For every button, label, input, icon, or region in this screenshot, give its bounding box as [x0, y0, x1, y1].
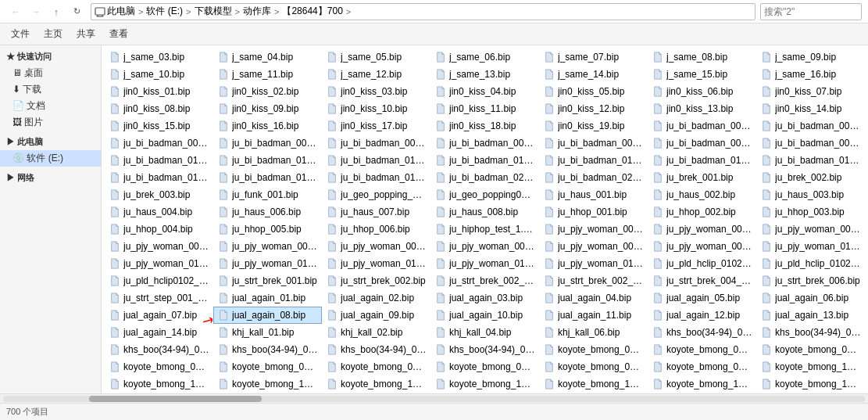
sidebar-item-desktop[interactable]: 🖥 桌面 — [0, 65, 101, 81]
list-item[interactable]: koyote_bmong_12.bip — [213, 375, 322, 393]
list-item[interactable]: ju_brek_001.bip — [648, 169, 756, 186]
forward-button[interactable]: → — [27, 3, 45, 20]
list-item[interactable]: jin0_kiss_16.bip — [213, 117, 322, 135]
list-item[interactable]: ju_pjy_woman_008.bip — [539, 238, 648, 255]
list-item[interactable]: ju_haus_002.bip — [648, 186, 756, 203]
list-item[interactable]: jual_again_03.bip — [430, 289, 539, 307]
list-item[interactable]: koyote_bmong_16.bip — [648, 375, 756, 393]
list-item[interactable]: koyote_bmong_11.bip — [105, 375, 213, 393]
sidebar-item-docs[interactable]: 📄 文档 — [0, 98, 101, 114]
list-item[interactable]: jin0_kiss_15.bip — [105, 117, 213, 135]
list-item[interactable]: ju_pld_hclip_0102_02.bip — [756, 255, 865, 272]
list-item[interactable]: ju_pjy_woman_010.bip — [756, 238, 865, 255]
list-item[interactable]: ju_pjy_woman_009.bip — [648, 238, 756, 255]
list-item[interactable]: ju_haus_004.bip — [105, 203, 213, 221]
sidebar-quick-header[interactable]: ★ 快速访问 — [0, 48, 101, 65]
list-item[interactable]: koyote_bmong_03.bip — [756, 341, 865, 358]
list-item[interactable]: ju_brek_003.bip — [105, 186, 213, 203]
horizontal-scrollbar[interactable] — [0, 393, 868, 403]
list-item[interactable]: ju_bi_badman_013.bip — [430, 152, 539, 169]
list-item[interactable]: koyote_bmong_04.bip — [105, 358, 213, 375]
list-item[interactable]: ju_pjy_woman_012.bip — [213, 255, 322, 272]
list-item[interactable]: khj_kall_02.bip — [322, 324, 430, 341]
list-item[interactable]: khj_kall_04.bip — [430, 324, 539, 341]
list-item[interactable]: j_same_05.bip — [322, 48, 430, 66]
list-item[interactable]: koyote_bmong_09.bip — [648, 358, 756, 375]
list-item[interactable]: ju_hhop_005.bip — [213, 221, 322, 238]
list-item[interactable]: koyote_bmong_17.bip — [756, 375, 865, 393]
list-item[interactable]: jin0_kiss_12.bip — [539, 100, 648, 117]
toolbar-file-btn[interactable]: 文件 — [5, 26, 36, 43]
list-item[interactable]: jin0_kiss_13.bip — [648, 100, 756, 117]
list-item[interactable]: j_same_11.bip — [213, 66, 322, 83]
list-item[interactable]: ju_pjy_woman_014.bip — [430, 255, 539, 272]
list-item[interactable]: ju_pjy_woman_003.bip — [756, 221, 865, 238]
list-item[interactable]: j_same_14.bip — [539, 66, 648, 83]
search-input[interactable] — [760, 3, 862, 20]
up-button[interactable]: ↑ — [47, 3, 66, 20]
list-item[interactable]: jin0_kiss_03.bip — [322, 83, 430, 100]
list-item[interactable]: jin0_kiss_10.bip — [322, 100, 430, 117]
list-item[interactable]: ju_pjy_woman_005.bip — [213, 238, 322, 255]
list-item[interactable]: ju_strt_step_001_02.bip — [105, 289, 213, 307]
list-item[interactable]: j_same_04.bip — [213, 48, 322, 66]
list-item[interactable]: ju_bi_badman_008.bip — [648, 135, 756, 152]
list-item[interactable]: ju_strt_brek_006.bip — [756, 272, 865, 289]
list-item[interactable]: koyote_bmong_02.bip — [648, 341, 756, 358]
list-item[interactable]: jin0_kiss_11.bip — [430, 100, 539, 117]
sidebar-item-download[interactable]: ⬇ 下载 — [0, 81, 101, 98]
list-item[interactable]: khs_boo(34-94)_06.bip — [213, 341, 322, 358]
toolbar-share-btn[interactable]: 共享 — [70, 26, 102, 43]
sidebar-item-software-e[interactable]: 💿 软件 (E:) — [0, 150, 101, 167]
list-item[interactable]: jin0_kiss_07.bip — [756, 83, 865, 100]
list-item[interactable]: jual_again_05.bip — [648, 289, 756, 307]
list-item[interactable]: ju_strt_brek_002_03.bip — [539, 272, 648, 289]
list-item[interactable]: ju_haus_007.bip — [322, 203, 430, 221]
list-item[interactable]: j_same_09.bip — [756, 48, 865, 66]
list-item[interactable]: ju_pjy_woman_011.bip — [105, 255, 213, 272]
list-item[interactable]: jin0_kiss_02.bip — [213, 83, 322, 100]
list-item[interactable]: ju_bi_badman_021.bip — [539, 169, 648, 186]
list-item[interactable]: jual_again_06.bip — [756, 289, 865, 307]
list-item[interactable]: ju_pld_hclip0102_01.bip — [105, 272, 213, 289]
list-item[interactable]: jual_again_09.bip — [322, 307, 430, 324]
list-item[interactable]: ju_pjy_woman_004.bip — [105, 238, 213, 255]
list-item[interactable]: jual_again_07.bip↗ — [105, 307, 213, 324]
list-item[interactable]: ju_bi_badman_001.bip — [648, 117, 756, 135]
list-item[interactable]: khs_boo(34-94)_01.bip — [648, 324, 756, 341]
list-item[interactable]: jual_again_08.bip — [213, 307, 322, 324]
list-item[interactable]: jin0_kiss_01.bip — [105, 83, 213, 100]
list-item[interactable]: ju_hhop_004.bip — [105, 221, 213, 238]
list-item[interactable]: ju_bi_badman_009.bip — [756, 135, 865, 152]
list-item[interactable]: ju_haus_003.bip — [756, 186, 865, 203]
list-item[interactable]: ju_strt_brek_002.bip — [322, 272, 430, 289]
list-item[interactable]: ju_geo_popping_01.bip — [322, 186, 430, 203]
list-item[interactable]: ju_hhop_001.bip — [539, 203, 648, 221]
list-item[interactable]: jual_again_10.bip — [430, 307, 539, 324]
list-item[interactable]: jual_again_01.bip — [213, 289, 322, 307]
list-item[interactable]: j_same_12.bip — [322, 66, 430, 83]
list-item[interactable]: ju_bi_badman_004.bip — [213, 135, 322, 152]
list-item[interactable]: jin0_kiss_17.bip — [322, 117, 430, 135]
list-item[interactable]: koyote_bmong_01.bip — [539, 341, 648, 358]
list-item[interactable]: jual_again_13.bip — [756, 307, 865, 324]
list-item[interactable]: ju_bi_badman_003.bip — [105, 135, 213, 152]
list-item[interactable]: j_same_13.bip — [430, 66, 539, 83]
list-item[interactable]: khs_boo(34-94)_02.bip — [756, 324, 865, 341]
list-item[interactable]: jin0_kiss_18.bip — [430, 117, 539, 135]
list-item[interactable]: jin0_kiss_04.bip — [430, 83, 539, 100]
sidebar-item-pictures[interactable]: 🖼 图片 — [0, 114, 101, 131]
list-item[interactable]: ju_bi_badman_012.bip — [322, 152, 430, 169]
list-item[interactable]: j_same_06.bip — [430, 48, 539, 66]
list-item[interactable]: jual_again_04.bip — [539, 289, 648, 307]
list-item[interactable]: ju_hiphop_test_1.bip — [430, 221, 539, 238]
list-item[interactable]: ju_pjy_woman_013.bip — [322, 255, 430, 272]
scrollbar-thumb[interactable] — [89, 396, 262, 402]
back-button[interactable]: ← — [6, 3, 25, 20]
list-item[interactable]: koyote_bmong_15.bip — [539, 375, 648, 393]
list-item[interactable]: jual_again_12.bip — [648, 307, 756, 324]
list-item[interactable]: ju_strt_brek_002_02.bip — [430, 272, 539, 289]
list-item[interactable]: ju_geo_popping01.bip — [430, 186, 539, 203]
list-item[interactable]: ju_bi_badman_007.bip — [539, 135, 648, 152]
list-item[interactable]: jin0_kiss_14.bip — [756, 100, 865, 117]
